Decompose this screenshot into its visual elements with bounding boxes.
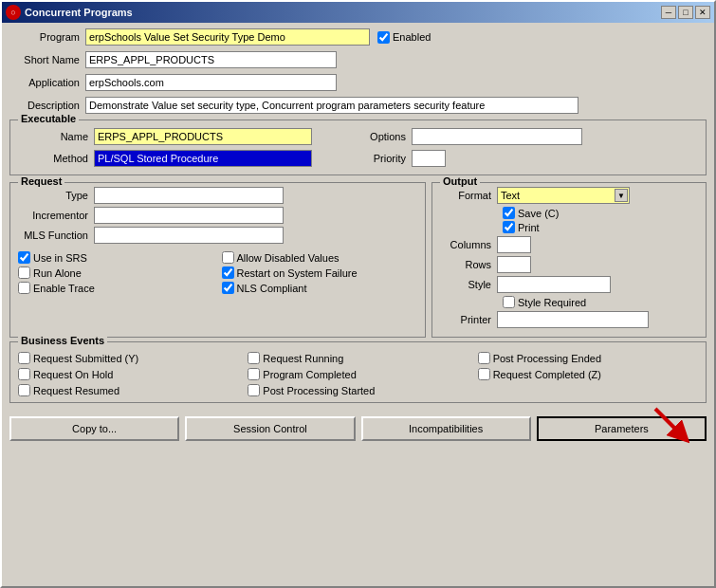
exec-method-row: Method — [18, 150, 312, 167]
style-required-checkbox[interactable] — [503, 296, 515, 308]
req-mls-label: MLS Function — [18, 230, 94, 241]
enabled-label: Enabled — [393, 31, 431, 43]
close-button[interactable]: ✕ — [695, 6, 710, 19]
program-row: Program Enabled — [9, 28, 707, 46]
style-row: Style — [440, 276, 698, 293]
enabled-container: Enabled — [377, 31, 431, 44]
save-label: Save (C) — [518, 208, 559, 219]
allow-disabled-item: Allow Disabled Values — [222, 251, 418, 264]
columns-input[interactable] — [497, 236, 531, 253]
be-item-0: Request Submitted (Y) — [18, 352, 238, 364]
restart-item: Restart on System Failure — [222, 266, 418, 279]
save-item: Save (C) — [503, 207, 698, 219]
req-type-row: Type — [18, 187, 417, 204]
executable-title: Executable — [18, 113, 79, 124]
enable-trace-label: Enable Trace — [33, 283, 95, 294]
req-incrementor-input[interactable] — [94, 207, 284, 224]
copy-to-button[interactable]: Copy to... — [9, 416, 179, 441]
exec-method-input[interactable] — [94, 150, 312, 167]
exec-name-row: Name — [18, 128, 312, 145]
be-checkbox-3[interactable] — [18, 368, 30, 380]
output-section: Output Format Text PDF HTML XML ▼ — [431, 182, 707, 338]
be-item-1: Request Running — [248, 352, 468, 364]
be-checkbox-6[interactable] — [18, 384, 30, 396]
request-section: Request Type Incrementor MLS Function — [9, 182, 426, 338]
rows-input[interactable] — [497, 256, 531, 273]
be-checkbox-1[interactable] — [248, 352, 260, 364]
be-item-7: Post Processing Started — [248, 384, 468, 396]
application-input[interactable] — [85, 74, 337, 91]
format-select[interactable]: Text PDF HTML XML — [497, 187, 630, 204]
description-input[interactable] — [85, 97, 578, 114]
print-label: Print — [518, 222, 540, 233]
exec-options-input[interactable] — [412, 128, 582, 145]
printer-input[interactable] — [497, 311, 649, 328]
be-checkbox-7[interactable] — [248, 384, 260, 396]
be-label-1: Request Running — [263, 353, 343, 364]
use-in-srs-checkbox[interactable] — [18, 251, 30, 264]
exec-priority-input[interactable] — [412, 150, 446, 167]
be-checkbox-2[interactable] — [478, 352, 490, 364]
save-checkbox[interactable] — [503, 207, 515, 219]
format-select-wrapper: Text PDF HTML XML ▼ — [497, 187, 630, 204]
application-row: Application — [9, 74, 707, 91]
req-incrementor-row: Incrementor — [18, 207, 417, 224]
enable-trace-item: Enable Trace — [18, 282, 214, 294]
description-label: Description — [9, 100, 85, 111]
exec-method-label: Method — [18, 153, 94, 164]
req-type-input[interactable] — [94, 187, 284, 204]
style-label: Style — [440, 279, 497, 290]
req-mls-input[interactable] — [94, 227, 284, 244]
be-label-0: Request Submitted (Y) — [33, 353, 138, 364]
be-checkbox-5[interactable] — [478, 368, 490, 380]
exec-name-input[interactable] — [94, 128, 312, 145]
exec-right: Options Priority — [359, 128, 582, 169]
be-item-2: Post Processing Ended — [478, 352, 698, 364]
restart-checkbox[interactable] — [222, 266, 234, 279]
run-alone-checkbox[interactable] — [18, 266, 30, 279]
window-title: Concurrent Programs — [25, 7, 657, 18]
req-mls-row: MLS Function — [18, 227, 417, 244]
req-incrementor-label: Incrementor — [18, 210, 94, 221]
columns-row: Columns — [440, 236, 698, 253]
run-alone-label: Run Alone — [33, 267, 82, 279]
session-control-button[interactable]: Session Control — [185, 416, 355, 441]
parameters-button[interactable]: Parameters — [537, 416, 707, 441]
be-label-5: Request Completed (Z) — [493, 369, 601, 380]
format-row: Format Text PDF HTML XML ▼ — [440, 187, 698, 204]
restore-button[interactable]: □ — [678, 6, 693, 19]
be-label-6: Request Resumed — [33, 385, 119, 396]
allow-disabled-checkbox[interactable] — [222, 251, 234, 264]
incompatibilities-button[interactable]: Incompatibilities — [361, 416, 531, 441]
be-item-5: Request Completed (Z) — [478, 368, 698, 380]
business-events-title: Business Events — [18, 335, 107, 346]
shortname-input[interactable] — [85, 51, 337, 68]
be-checkbox-0[interactable] — [18, 352, 30, 364]
restart-label: Restart on System Failure — [237, 267, 358, 279]
minimize-button[interactable]: ─ — [661, 6, 676, 19]
printer-row: Printer — [440, 311, 698, 328]
enable-trace-checkbox[interactable] — [18, 282, 30, 294]
title-bar-buttons: ─ □ ✕ — [661, 6, 710, 19]
format-label: Format — [440, 190, 497, 201]
exec-options-label: Options — [359, 131, 412, 142]
exec-priority-row: Priority — [359, 150, 582, 167]
shortname-row: Short Name — [9, 51, 707, 68]
nls-compliant-item: NLS Compliant — [222, 282, 418, 294]
program-input[interactable] — [85, 28, 370, 46]
business-events-section: Business Events Request Submitted (Y) Re… — [9, 341, 707, 403]
be-item-6: Request Resumed — [18, 384, 238, 396]
run-alone-item: Run Alone — [18, 266, 214, 279]
executable-section: Executable Name Method Options — [9, 119, 707, 175]
style-input[interactable] — [497, 276, 611, 293]
exec-priority-label: Priority — [359, 153, 412, 164]
exec-options-row: Options — [359, 128, 582, 145]
enabled-checkbox[interactable] — [377, 31, 390, 44]
rows-label: Rows — [440, 259, 497, 270]
request-title: Request — [18, 175, 64, 187]
nls-compliant-checkbox[interactable] — [222, 282, 234, 294]
nls-compliant-label: NLS Compliant — [237, 283, 307, 294]
print-checkbox[interactable] — [503, 221, 515, 233]
application-label: Application — [9, 77, 85, 88]
be-checkbox-4[interactable] — [248, 368, 260, 380]
